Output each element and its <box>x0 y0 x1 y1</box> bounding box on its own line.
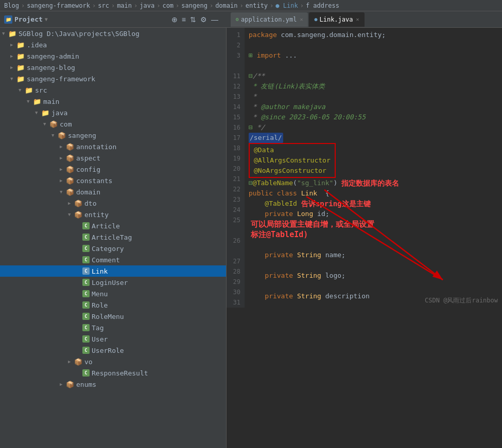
breadcrumb-sangeng[interactable]: sangeng <box>181 2 207 9</box>
tree-item-link[interactable]: C Link <box>0 265 226 277</box>
arrow-vo: ▶ <box>68 359 74 364</box>
breadcrumb-com[interactable]: com <box>162 2 174 9</box>
label-idea: .idea <box>27 41 47 49</box>
label-comment: Comment <box>92 256 120 264</box>
folder-icon-config: 📦 <box>66 166 74 173</box>
label-sgblog: SGBlog D:\Java\projects\SGBlog <box>19 30 140 38</box>
settings-button[interactable]: ⚙ <box>200 15 207 24</box>
tab-java-label: Link.java <box>319 16 353 23</box>
class-icon-user: C <box>82 335 90 343</box>
folder-icon-src: 📁 <box>25 86 33 94</box>
tab-java[interactable]: ● Link.java ✕ <box>309 12 364 27</box>
code-editor[interactable]: 1 2 3 11 12 13 14 15 16 17 18 19 20 21 2… <box>227 28 502 308</box>
folder-icon-dto: 📦 <box>74 200 82 207</box>
breadcrumb-domain[interactable]: domain <box>215 2 237 9</box>
breadcrumb-address[interactable]: f address <box>306 2 339 9</box>
tab-java-close[interactable]: ✕ <box>356 16 359 22</box>
folder-icon-aspect: 📦 <box>66 154 74 162</box>
breadcrumb-entity[interactable]: entity <box>246 2 268 9</box>
expand-button[interactable]: ⇅ <box>190 15 196 24</box>
code-content[interactable]: package com.sangeng.domain.entity; ⊞ imp… <box>245 28 502 308</box>
tree-item-idea[interactable]: ▶ 📁 .idea <box>0 39 226 50</box>
toolbar-left: 📁 Project ▼ ⊕ ≡ ⇅ ⚙ — <box>0 15 227 24</box>
folder-icon-sgblog: 📁 <box>8 30 16 37</box>
tree-item-com[interactable]: ▼ 📦 com <box>0 118 226 130</box>
tab-yaml-close[interactable]: ✕ <box>300 16 303 22</box>
tree-item-java[interactable]: ▼ 📁 java <box>0 107 226 118</box>
folder-icon-com: 📦 <box>49 120 58 128</box>
arrow-java: ▼ <box>35 110 41 115</box>
tree-item-src[interactable]: ▼ 📁 src <box>0 84 226 96</box>
code-line-2 <box>249 40 502 50</box>
label-admin: sangeng-admin <box>27 52 79 60</box>
tree-item-main[interactable]: ▼ 📁 main <box>0 96 226 107</box>
tree-item-sangeng-blog[interactable]: ▶ 📁 sangeng-blog <box>0 62 226 73</box>
breadcrumb-src[interactable]: src <box>98 2 109 9</box>
tree-item-role[interactable]: C Role <box>0 299 226 311</box>
code-line-16: ⊟ */ <box>249 122 502 133</box>
label-responseresult: ResponseResult <box>92 369 148 377</box>
sidebar[interactable]: ▼ 📁 SGBlog D:\Java\projects\SGBlog ▶ 📁 .… <box>0 28 227 448</box>
tree-item-comment[interactable]: C Comment <box>0 254 226 265</box>
tree-item-rolemenu[interactable]: C RoleMenu <box>0 311 226 322</box>
folder-icon-framework: 📁 <box>16 75 25 82</box>
tree-item-article[interactable]: C Article <box>0 220 226 231</box>
tree-item-loginuser[interactable]: C LoginUser <box>0 277 226 288</box>
class-icon-menu: C <box>82 290 90 297</box>
tree-item-dto[interactable]: ▶ 📦 dto <box>0 198 226 209</box>
label-aspect: aspect <box>76 154 100 162</box>
tree-item-category[interactable]: C Category <box>0 243 226 254</box>
label-user: User <box>92 335 108 343</box>
project-icon: 📁 <box>4 15 12 24</box>
breadcrumb-framework[interactable]: sangeng-framework <box>27 2 90 9</box>
tree-item-entity[interactable]: ▼ 📦 entity <box>0 209 226 220</box>
tree-item-tag[interactable]: C Tag <box>0 322 226 333</box>
breadcrumb-link[interactable]: ● Link <box>275 2 298 9</box>
breadcrumb-main[interactable]: main <box>117 2 132 9</box>
label-com: com <box>60 120 72 128</box>
code-line-27: private String name; <box>249 250 502 260</box>
tab-yaml[interactable]: ⚙ application.yml ✕ <box>231 12 308 27</box>
folder-icon-blog: 📁 <box>16 64 25 71</box>
code-line-1: package com.sangeng.domain.entity; <box>249 30 502 40</box>
locate-button[interactable]: ⊕ <box>171 15 178 24</box>
tree-item-user[interactable]: C User <box>0 333 226 345</box>
tree-item-responseresult[interactable]: C ResponseResult <box>0 367 226 379</box>
folder-icon-domain: 📦 <box>66 188 74 195</box>
arrow-sangeng: ▼ <box>51 133 58 138</box>
tree-item-articletag[interactable]: C ArticleTag <box>0 231 226 243</box>
label-article: Article <box>92 222 120 230</box>
label-category: Category <box>92 245 124 253</box>
tree-item-userrole[interactable]: C UserRole <box>0 345 226 356</box>
tree-item-annotation[interactable]: ▶ 📦 annotation <box>0 141 226 152</box>
folder-icon-main: 📁 <box>33 98 41 105</box>
minimize-button[interactable]: — <box>211 15 218 24</box>
tree-item-vo[interactable]: ▶ 📦 vo <box>0 356 226 367</box>
label-articletag: ArticleTag <box>92 234 132 241</box>
label-domain: domain <box>76 188 100 196</box>
class-icon-rolemenu: C <box>82 313 90 320</box>
arrow-constants: ▶ <box>60 178 66 183</box>
tree-item-constants[interactable]: ▶ 📦 constants <box>0 175 226 186</box>
tree-item-sgblog[interactable]: ▼ 📁 SGBlog D:\Java\projects\SGBlog <box>0 28 226 39</box>
arrow-sgblog: ▼ <box>2 31 8 36</box>
tree-item-sangeng-admin[interactable]: ▶ 📁 sangeng-admin <box>0 50 226 62</box>
tree-item-aspect[interactable]: ▶ 📦 aspect <box>0 152 226 164</box>
breadcrumb-blog[interactable]: Blog <box>4 2 19 9</box>
tree-item-sangeng[interactable]: ▼ 📦 sangeng <box>0 130 226 141</box>
arrow-framework: ▼ <box>10 76 16 81</box>
tab-yaml-label: application.yml <box>241 16 297 23</box>
folder-icon-enums: 📦 <box>66 381 74 388</box>
arrow-admin: ▶ <box>10 53 16 59</box>
collapse-button[interactable]: ≡ <box>182 15 186 24</box>
tree-item-menu[interactable]: C Menu <box>0 288 226 299</box>
breadcrumb-java[interactable]: java <box>140 2 154 9</box>
tree-item-config[interactable]: ▶ 📦 config <box>0 164 226 175</box>
folder-icon-java: 📁 <box>41 109 49 116</box>
tree-item-sangeng-framework[interactable]: ▼ 📁 sangeng-framework <box>0 73 226 84</box>
label-link: Link <box>92 267 108 275</box>
dropdown-arrow[interactable]: ▼ <box>45 16 48 22</box>
tree-item-enums[interactable]: ▶ 📦 enums <box>0 379 226 390</box>
tree-item-domain[interactable]: ▼ 📦 domain <box>0 186 226 198</box>
label-role: Role <box>92 301 108 309</box>
